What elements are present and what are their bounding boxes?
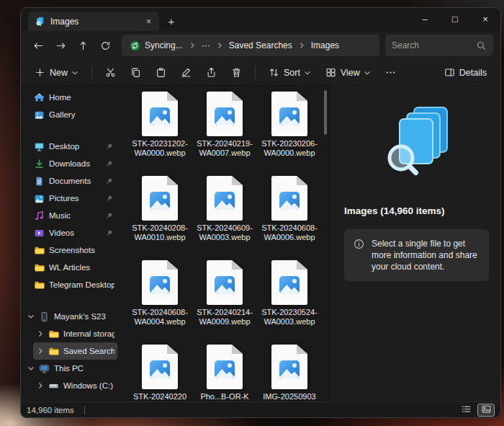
expander-chevron-icon[interactable] xyxy=(36,347,44,355)
thumbnail-view-button[interactable] xyxy=(477,404,495,417)
folder-icon xyxy=(34,280,45,290)
more-icon xyxy=(385,67,396,78)
file-item-stk-20240214-wa0009-webp[interactable]: STK-20240214-WA0009.webp xyxy=(192,260,257,345)
titlebar[interactable]: Images × + – □ × xyxy=(21,8,500,31)
webp-file-icon xyxy=(207,176,243,221)
sidebar-item-telegram-desktop[interactable]: Telegram Desktop xyxy=(24,276,117,293)
sidebar-item-music[interactable]: Music xyxy=(24,207,117,224)
sidebar-item-this-pc[interactable]: This PC xyxy=(24,360,117,377)
thumbnail-view-icon xyxy=(481,404,492,416)
scrollbar-thumb[interactable] xyxy=(324,90,327,135)
arrow-left-icon xyxy=(33,40,44,51)
details-panel-icon xyxy=(444,67,455,78)
search-box[interactable] xyxy=(385,35,493,56)
details-title: Images (14,960 items) xyxy=(344,205,490,216)
tab-close-button[interactable]: × xyxy=(143,15,155,27)
pictures-icon xyxy=(34,193,45,204)
sidebar-item-documents[interactable]: Documents xyxy=(24,172,117,190)
tab-images[interactable]: Images × xyxy=(28,12,159,31)
expander-chevron-icon[interactable] xyxy=(27,313,35,320)
sidebar-item-pictures[interactable]: Pictures xyxy=(24,190,117,207)
info-box: Select a single file to get more informa… xyxy=(344,229,489,281)
sidebar-item-mayank-s-s23[interactable]: Mayank's S23 xyxy=(24,308,117,325)
pin-icon xyxy=(105,195,113,203)
sidebar-item-downloads[interactable]: Downloads xyxy=(24,155,117,172)
breadcrumb-item[interactable]: Saved Searches xyxy=(224,37,297,54)
more-options-button[interactable] xyxy=(379,62,402,83)
folder-icon xyxy=(48,346,59,357)
close-button[interactable]: × xyxy=(470,8,500,30)
sidebar-item-home[interactable]: Home xyxy=(24,89,117,106)
toolbar-button-share[interactable] xyxy=(199,62,223,83)
breadcrumb-segment-images: Images xyxy=(306,37,344,54)
details-toggle-button[interactable]: Details xyxy=(438,62,493,83)
sidebar-item-internal-storage[interactable]: Internal storage xyxy=(33,325,117,342)
sidebar-item-screenshots[interactable]: Screenshots xyxy=(24,241,117,259)
music-icon xyxy=(34,210,45,221)
breadcrumb[interactable]: Syncing... ··· Saved Searches Images xyxy=(122,35,379,56)
toolbar-button-copy[interactable] xyxy=(124,62,148,83)
file-item-stk-20240208-wa0010-webp[interactable]: STK-20240208-WA0010.webp xyxy=(127,176,192,260)
sidebar-item-windows-c[interactable]: Windows (C:) xyxy=(33,377,117,394)
paste-icon xyxy=(156,67,166,78)
file-item-stk-20230206-wa0000-webp[interactable]: STK-20230206-WA0000.webp xyxy=(257,92,322,176)
sidebar-item-gallery[interactable]: Gallery xyxy=(24,106,117,123)
share-icon xyxy=(206,67,217,78)
breadcrumb-item[interactable]: ··· xyxy=(197,37,215,54)
webp-file-icon xyxy=(271,176,307,221)
sidebar-item-saved-searches[interactable]: Saved Searches xyxy=(33,342,117,360)
nav-button-back[interactable] xyxy=(28,35,49,56)
command-toolbar: New Sort View xyxy=(21,60,500,86)
expander-chevron-icon[interactable] xyxy=(36,382,44,389)
pin-icon xyxy=(105,143,113,151)
maximize-button[interactable]: □ xyxy=(440,8,470,30)
arrow-right-icon xyxy=(55,40,66,51)
sidebar-gap xyxy=(24,123,117,138)
file-item-stk-20230524-wa0003-webp[interactable]: STK-20230524-WA0003.webp xyxy=(257,260,322,345)
vertical-scrollbar[interactable] xyxy=(322,86,329,401)
toolbar-button-rename[interactable] xyxy=(174,62,198,83)
search-input[interactable] xyxy=(392,40,472,50)
home-icon xyxy=(34,92,45,103)
file-item-stk-20240609-wa0003-webp[interactable]: STK-20240609-WA0003.webp xyxy=(192,176,257,260)
folder-icon xyxy=(34,262,45,273)
new-button[interactable]: New xyxy=(28,62,85,83)
file-item-img-20250903[interactable]: IMG-20250903 xyxy=(257,345,322,401)
file-item-stk-20240220[interactable]: STK-20240220 xyxy=(127,345,192,401)
info-text: Select a single file to get more informa… xyxy=(372,238,480,272)
file-item-stk-20240608-wa0006-webp[interactable]: STK-20240608-WA0006.webp xyxy=(257,176,322,260)
file-list-area[interactable]: STK-20231202-WA0000.webp STK-20240219-WA… xyxy=(119,86,322,401)
file-item-pho-b-or-k[interactable]: Pho...B-OR-K xyxy=(192,345,257,401)
gallery-icon xyxy=(34,110,45,120)
toolbar-button-paste[interactable] xyxy=(149,62,173,83)
list-view-button[interactable] xyxy=(457,404,474,417)
sort-button[interactable]: Sort xyxy=(262,62,318,83)
minimize-button[interactable]: – xyxy=(410,8,440,30)
file-item-stk-20240219-wa0007-webp[interactable]: STK-20240219-WA0007.webp xyxy=(192,92,257,176)
nav-button-forward[interactable] xyxy=(50,35,71,56)
expander-chevron-icon[interactable] xyxy=(27,365,35,372)
view-button-label: View xyxy=(341,68,360,78)
item-count: 14,960 items xyxy=(27,406,74,414)
breadcrumb-chevron-icon xyxy=(189,42,196,49)
toolbar-button-cut[interactable] xyxy=(99,62,122,83)
sidebar-item-wl-articles[interactable]: WL Articles xyxy=(24,259,117,276)
webp-file-icon xyxy=(142,92,178,136)
new-tab-button[interactable]: + xyxy=(162,12,181,30)
sidebar-item-videos[interactable]: Videos xyxy=(24,224,117,241)
chevron-down-icon xyxy=(71,69,78,76)
nav-button-up[interactable] xyxy=(73,35,94,56)
details-pane: Images (14,960 items) Select a single fi… xyxy=(329,86,500,401)
file-item-stk-20240608-wa0004-webp[interactable]: STK-20240608-WA0004.webp xyxy=(127,260,192,345)
arrow-up-icon xyxy=(78,40,89,51)
file-item-stk-20231202-wa0000-webp[interactable]: STK-20231202-WA0000.webp xyxy=(127,92,192,176)
info-icon xyxy=(354,239,364,249)
pin-icon xyxy=(105,160,113,168)
breadcrumb-item[interactable]: Syncing... xyxy=(125,37,188,54)
toolbar-button-delete[interactable] xyxy=(225,62,248,83)
sidebar-item-desktop[interactable]: Desktop xyxy=(24,138,117,155)
breadcrumb-item[interactable]: Images xyxy=(306,37,344,54)
nav-button-refresh[interactable] xyxy=(95,35,116,56)
view-button[interactable]: View xyxy=(319,62,377,83)
expander-chevron-icon[interactable] xyxy=(36,330,44,337)
